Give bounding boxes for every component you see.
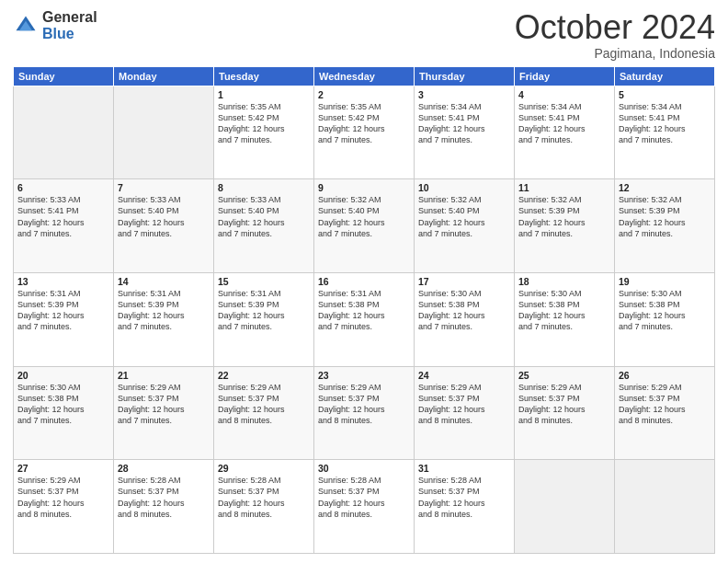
week-row-2: 13 Sunrise: 5:31 AMSunset: 5:39 PMDaylig…	[14, 272, 715, 366]
day-number: 24	[418, 370, 510, 381]
day-info: Sunrise: 5:29 AMSunset: 5:37 PMDaylight:…	[118, 383, 185, 425]
day-info: Sunrise: 5:32 AMSunset: 5:40 PMDaylight:…	[418, 195, 485, 237]
logo: General Blue	[13, 9, 97, 41]
calendar-cell: 27 Sunrise: 5:29 AMSunset: 5:37 PMDaylig…	[14, 460, 114, 554]
title-location: Pagimana, Indonesia	[515, 46, 715, 61]
day-number: 20	[17, 370, 109, 381]
day-number: 22	[218, 370, 310, 381]
day-info: Sunrise: 5:32 AMSunset: 5:39 PMDaylight:…	[518, 195, 586, 237]
day-info: Sunrise: 5:30 AMSunset: 5:38 PMDaylight:…	[17, 383, 85, 425]
day-number: 16	[318, 276, 410, 287]
day-number: 21	[118, 370, 210, 381]
day-number: 9	[318, 182, 410, 193]
day-info: Sunrise: 5:35 AMSunset: 5:42 PMDaylight:…	[218, 102, 285, 144]
day-number: 13	[17, 276, 109, 287]
day-number: 7	[118, 182, 210, 193]
calendar-header-row: Sunday Monday Tuesday Wednesday Thursday…	[14, 66, 715, 86]
calendar-cell: 28 Sunrise: 5:28 AMSunset: 5:37 PMDaylig…	[114, 460, 214, 554]
calendar-cell: 23 Sunrise: 5:29 AMSunset: 5:37 PMDaylig…	[314, 366, 415, 460]
col-sunday: Sunday	[14, 66, 114, 86]
day-info: Sunrise: 5:34 AMSunset: 5:41 PMDaylight:…	[418, 102, 485, 144]
day-info: Sunrise: 5:28 AMSunset: 5:37 PMDaylight:…	[418, 476, 485, 518]
day-info: Sunrise: 5:29 AMSunset: 5:37 PMDaylight:…	[17, 476, 85, 518]
day-info: Sunrise: 5:29 AMSunset: 5:37 PMDaylight:…	[218, 383, 285, 425]
day-number: 4	[518, 89, 610, 100]
logo-icon	[13, 13, 39, 39]
week-row-3: 20 Sunrise: 5:30 AMSunset: 5:38 PMDaylig…	[14, 366, 715, 460]
col-tuesday: Tuesday	[214, 66, 314, 86]
col-saturday: Saturday	[615, 66, 715, 86]
day-info: Sunrise: 5:33 AMSunset: 5:40 PMDaylight:…	[118, 195, 185, 237]
day-number: 14	[118, 276, 210, 287]
calendar-cell: 15 Sunrise: 5:31 AMSunset: 5:39 PMDaylig…	[214, 272, 314, 366]
calendar-cell: 19 Sunrise: 5:30 AMSunset: 5:38 PMDaylig…	[615, 272, 715, 366]
day-number: 29	[218, 463, 310, 474]
day-info: Sunrise: 5:28 AMSunset: 5:37 PMDaylight:…	[118, 476, 185, 518]
day-number: 8	[218, 182, 310, 193]
calendar-cell: 25 Sunrise: 5:29 AMSunset: 5:37 PMDaylig…	[515, 366, 615, 460]
day-info: Sunrise: 5:31 AMSunset: 5:39 PMDaylight:…	[218, 289, 285, 331]
week-row-4: 27 Sunrise: 5:29 AMSunset: 5:37 PMDaylig…	[14, 460, 715, 554]
day-info: Sunrise: 5:28 AMSunset: 5:37 PMDaylight:…	[318, 476, 385, 518]
day-info: Sunrise: 5:32 AMSunset: 5:40 PMDaylight:…	[318, 195, 385, 237]
day-info: Sunrise: 5:29 AMSunset: 5:37 PMDaylight:…	[418, 383, 485, 425]
day-info: Sunrise: 5:30 AMSunset: 5:38 PMDaylight:…	[518, 289, 586, 331]
day-number: 19	[619, 276, 711, 287]
calendar-cell: 26 Sunrise: 5:29 AMSunset: 5:37 PMDaylig…	[615, 366, 715, 460]
col-thursday: Thursday	[415, 66, 515, 86]
day-info: Sunrise: 5:32 AMSunset: 5:39 PMDaylight:…	[619, 195, 686, 237]
logo-general: General	[42, 9, 97, 26]
col-wednesday: Wednesday	[314, 66, 415, 86]
day-info: Sunrise: 5:34 AMSunset: 5:41 PMDaylight:…	[518, 102, 586, 144]
calendar-cell	[114, 86, 214, 179]
calendar-cell: 2 Sunrise: 5:35 AMSunset: 5:42 PMDayligh…	[314, 86, 415, 179]
day-number: 5	[619, 89, 711, 100]
day-info: Sunrise: 5:31 AMSunset: 5:39 PMDaylight:…	[17, 289, 85, 331]
calendar-cell	[615, 460, 715, 554]
calendar-cell: 5 Sunrise: 5:34 AMSunset: 5:41 PMDayligh…	[615, 86, 715, 179]
calendar-cell: 6 Sunrise: 5:33 AMSunset: 5:41 PMDayligh…	[14, 179, 114, 273]
col-monday: Monday	[114, 66, 214, 86]
calendar-cell: 31 Sunrise: 5:28 AMSunset: 5:37 PMDaylig…	[415, 460, 515, 554]
day-number: 30	[318, 463, 410, 474]
week-row-1: 6 Sunrise: 5:33 AMSunset: 5:41 PMDayligh…	[14, 179, 715, 273]
day-number: 18	[518, 276, 610, 287]
calendar-cell: 20 Sunrise: 5:30 AMSunset: 5:38 PMDaylig…	[14, 366, 114, 460]
day-number: 27	[17, 463, 109, 474]
calendar-cell: 11 Sunrise: 5:32 AMSunset: 5:39 PMDaylig…	[515, 179, 615, 273]
calendar-cell: 18 Sunrise: 5:30 AMSunset: 5:38 PMDaylig…	[515, 272, 615, 366]
day-number: 1	[218, 89, 310, 100]
header: General Blue October 2024 Pagimana, Indo…	[13, 9, 715, 61]
day-info: Sunrise: 5:33 AMSunset: 5:40 PMDaylight:…	[218, 195, 285, 237]
logo-blue: Blue	[42, 26, 97, 42]
day-number: 31	[418, 463, 510, 474]
logo-text: General Blue	[42, 9, 97, 41]
calendar-cell: 30 Sunrise: 5:28 AMSunset: 5:37 PMDaylig…	[314, 460, 415, 554]
calendar-cell: 21 Sunrise: 5:29 AMSunset: 5:37 PMDaylig…	[114, 366, 214, 460]
calendar-cell: 14 Sunrise: 5:31 AMSunset: 5:39 PMDaylig…	[114, 272, 214, 366]
day-info: Sunrise: 5:35 AMSunset: 5:42 PMDaylight:…	[318, 102, 385, 144]
day-number: 23	[318, 370, 410, 381]
day-info: Sunrise: 5:33 AMSunset: 5:41 PMDaylight:…	[17, 195, 85, 237]
day-number: 10	[418, 182, 510, 193]
calendar-cell: 16 Sunrise: 5:31 AMSunset: 5:38 PMDaylig…	[314, 272, 415, 366]
day-info: Sunrise: 5:30 AMSunset: 5:38 PMDaylight:…	[418, 289, 485, 331]
calendar-cell: 12 Sunrise: 5:32 AMSunset: 5:39 PMDaylig…	[615, 179, 715, 273]
day-number: 12	[619, 182, 711, 193]
calendar-cell: 10 Sunrise: 5:32 AMSunset: 5:40 PMDaylig…	[415, 179, 515, 273]
calendar-cell: 17 Sunrise: 5:30 AMSunset: 5:38 PMDaylig…	[415, 272, 515, 366]
calendar-cell: 9 Sunrise: 5:32 AMSunset: 5:40 PMDayligh…	[314, 179, 415, 273]
day-info: Sunrise: 5:28 AMSunset: 5:37 PMDaylight:…	[218, 476, 285, 518]
calendar-cell	[515, 460, 615, 554]
calendar-cell: 29 Sunrise: 5:28 AMSunset: 5:37 PMDaylig…	[214, 460, 314, 554]
day-number: 11	[518, 182, 610, 193]
calendar-cell: 8 Sunrise: 5:33 AMSunset: 5:40 PMDayligh…	[214, 179, 314, 273]
day-number: 15	[218, 276, 310, 287]
day-info: Sunrise: 5:31 AMSunset: 5:39 PMDaylight:…	[118, 289, 185, 331]
calendar-cell: 24 Sunrise: 5:29 AMSunset: 5:37 PMDaylig…	[415, 366, 515, 460]
calendar-cell: 13 Sunrise: 5:31 AMSunset: 5:39 PMDaylig…	[14, 272, 114, 366]
day-number: 25	[518, 370, 610, 381]
day-number: 28	[118, 463, 210, 474]
calendar-cell	[14, 86, 114, 179]
day-number: 6	[17, 182, 109, 193]
